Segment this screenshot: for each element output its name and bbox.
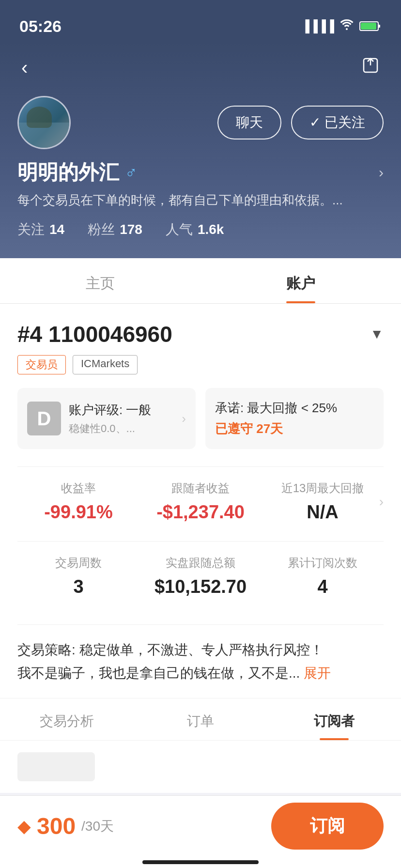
strategy-content: 交易策略: 稳定做单，不激进、专人严格执行风控！ (17, 642, 324, 657)
diamond-icon: ◆ (17, 816, 31, 837)
stats-arrow-icon[interactable]: › (379, 494, 384, 510)
subscribe-preview (0, 741, 401, 793)
account-header: #4 1100046960 ▼ (17, 321, 384, 347)
follower-profit-label: 跟随者收益 (139, 480, 262, 496)
copy-amount-value: $10,152.70 (139, 576, 262, 597)
svg-rect-1 (378, 25, 380, 28)
rating-info: 账户评级: 一般 稳健性0.0、... (69, 402, 174, 436)
avatar (17, 96, 71, 149)
stat-cell-follower-profit: 跟随者收益 -$1,237.40 (139, 480, 262, 536)
popularity-label: 人气 (166, 220, 193, 239)
status-time: 05:26 (19, 17, 62, 36)
tab-homepage[interactable]: 主页 (0, 258, 200, 303)
rating-arrow-icon: › (182, 411, 186, 426)
back-button[interactable]: ‹ (17, 53, 31, 82)
status-icons: ▐▐▐▐ (301, 19, 382, 33)
follow-label: 关注 (17, 220, 45, 239)
subscribe-button[interactable]: 订阅 (271, 803, 384, 850)
promise-compliance: 已遵守 (215, 421, 253, 436)
strategy-content-2: 我不是骗子，我也是拿自己的钱在做，又不是... (17, 666, 300, 681)
tab-bar: 主页 账户 (0, 258, 401, 304)
stat-cell-roi: 收益率 -99.91% (17, 480, 139, 536)
stats-grid-2: 交易周数 3 实盘跟随总额 $10,152.70 累计订阅次数 4 (17, 541, 384, 624)
drawdown-value: N/A (262, 502, 384, 523)
follow-value: 14 (49, 222, 64, 237)
sub-tab-orders[interactable]: 订单 (134, 698, 267, 740)
follower-profit-value: -$1,237.40 (139, 502, 262, 523)
stat-fans: 粉丝 178 (88, 220, 142, 239)
tag-trader: 交易员 (17, 355, 66, 374)
tag-broker: ICMarkets (73, 355, 138, 374)
popularity-value: 1.6k (198, 222, 224, 237)
battery-icon (359, 20, 382, 32)
price-period: /30天 (81, 817, 114, 836)
fans-label: 粉丝 (88, 220, 115, 239)
subscriptions-value: 4 (262, 576, 384, 597)
dropdown-arrow-icon[interactable]: ▼ (370, 326, 384, 342)
rating-card[interactable]: D 账户评级: 一般 稳健性0.0、... › (17, 388, 196, 449)
account-tags: 交易员 ICMarkets (17, 355, 384, 374)
sub-tab-subscribers[interactable]: 订阅者 (267, 698, 401, 740)
chat-button[interactable]: 聊天 (217, 106, 281, 140)
sub-tab-analysis[interactable]: 交易分析 (0, 698, 134, 740)
rating-letter: D (27, 402, 61, 435)
profile-bio: 每个交易员在下单的时候，都有自己下单的理由和依据。... (17, 191, 384, 210)
stat-cell-copy-amount: 实盘跟随总额 $10,152.70 (139, 555, 262, 611)
stat-cell-weeks: 交易周数 3 (17, 555, 139, 611)
follow-button[interactable]: ✓ 已关注 (291, 106, 384, 140)
tab-account[interactable]: 账户 (200, 258, 401, 303)
wifi-icon (340, 19, 354, 33)
subscriptions-label: 累计订阅次数 (262, 555, 384, 571)
sub-tab-bar: 交易分析 订单 订阅者 (0, 698, 401, 741)
profile-stats: 关注 14 粉丝 178 人气 1.6k (17, 220, 384, 239)
expand-button[interactable]: 展开 (304, 666, 331, 681)
nav-bar: ‹ (17, 52, 384, 82)
promise-days: 已遵守 27天 (215, 420, 374, 437)
signal-icon: ▐▐▐▐ (301, 19, 334, 33)
share-button[interactable] (357, 52, 384, 82)
weeks-label: 交易周数 (17, 555, 139, 571)
stat-cell-drawdown: 近13周最大回撤 N/A (262, 480, 384, 536)
drawdown-label: 近13周最大回撤 (262, 480, 384, 496)
promise-days-value: 27天 (256, 421, 283, 436)
weeks-value: 3 (17, 576, 139, 597)
profile-header: ‹ 聊天 ✓ 已关注 明明的外汇 ♂ › 每个交易员在下单的时候，都有自己下单的… (0, 43, 401, 258)
profile-actions: 聊天 ✓ 已关注 (217, 106, 384, 140)
roi-label: 收益率 (17, 480, 139, 496)
rating-sub: 稳健性0.0、... (69, 421, 174, 436)
bottom-bar: ◆ 300 /30天 订阅 (0, 795, 401, 868)
profile-row: 聊天 ✓ 已关注 (17, 96, 384, 149)
fans-value: 178 (120, 222, 142, 237)
profile-name: 明明的外汇 (17, 159, 119, 186)
status-bar: 05:26 ▐▐▐▐ (0, 0, 401, 43)
price-value: 300 (37, 813, 76, 839)
stat-cell-subscriptions: 累计订阅次数 4 (262, 555, 384, 611)
svg-rect-2 (361, 23, 376, 30)
home-indicator (142, 860, 259, 864)
strategy-text: 交易策略: 稳定做单，不激进、专人严格执行风控！ 我不是骗子，我也是拿自己的钱在… (17, 624, 384, 698)
stat-follow: 关注 14 (17, 220, 64, 239)
price-section: ◆ 300 /30天 (17, 813, 257, 839)
roi-value: -99.91% (17, 502, 139, 523)
gender-icon: ♂ (125, 163, 138, 182)
profile-arrow-icon[interactable]: › (379, 164, 384, 181)
main-content: #4 1100046960 ▼ 交易员 ICMarkets D 账户评级: 一般… (0, 304, 401, 698)
stat-popularity: 人气 1.6k (166, 220, 224, 239)
preview-placeholder (17, 752, 95, 781)
promise-title: 承诺: 最大回撤 < 25% (215, 400, 374, 417)
copy-amount-label: 实盘跟随总额 (139, 555, 262, 571)
promise-card: 承诺: 最大回撤 < 25% 已遵守 27天 (205, 388, 384, 449)
rating-title: 账户评级: 一般 (69, 402, 174, 418)
account-number: #4 1100046960 (17, 321, 172, 347)
stats-grid-1: 收益率 -99.91% 跟随者收益 -$1,237.40 近13周最大回撤 N/… (17, 466, 384, 536)
profile-name-row: 明明的外汇 ♂ › (17, 159, 384, 186)
rating-cards: D 账户评级: 一般 稳健性0.0、... › 承诺: 最大回撤 < 25% 已… (17, 388, 384, 449)
